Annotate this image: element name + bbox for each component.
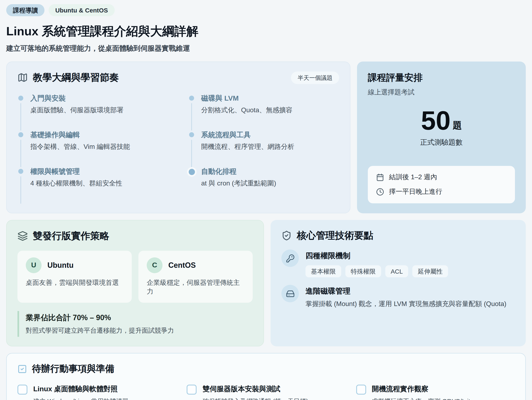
todo-checkbox[interactable] <box>356 385 366 395</box>
permissions-title: 四種權限機制 <box>305 250 448 261</box>
tag-distros: Ubuntu & CentOS <box>49 4 114 16</box>
schedule-row: 結訓後 1–2 週內 <box>376 173 507 182</box>
timeline-marker <box>18 130 24 167</box>
todo-section-title: 待辦行動事項與準備 <box>32 363 114 375</box>
outline-column-right: 磁碟與 LVM 分割格式化、Quota、無感擴容 系統流程與工具 開機流程、程序… <box>188 94 339 204</box>
outline-item-desc: 4 種核心權限機制、群組安全性 <box>30 179 122 188</box>
outline-item: 基礎操作與編輯 指令架構、管線、Vim 編輯器技能 <box>18 130 168 167</box>
todo-item-title: Linux 桌面體驗與軟體對照 <box>33 384 128 394</box>
outline-item-title: 磁碟與 LVM <box>201 94 292 103</box>
question-count-label: 正式測驗題數 <box>368 138 515 147</box>
shield-check-icon <box>281 230 292 241</box>
outline-item: 入門與安裝 桌面版體驗、伺服器版環境部署 <box>18 94 168 130</box>
page-title: Linux 系統管理課程介紹與大綱詳解 <box>6 23 526 40</box>
todo-item-title: 開機流程實作觀察 <box>372 384 470 394</box>
tag-special-permission: 特殊權限 <box>345 265 381 277</box>
distro-card-ubuntu: U Ubuntu 桌面友善，雲端與開發環境首選 <box>18 251 132 303</box>
outline-item-title: 自動化排程 <box>201 167 276 176</box>
todo-list: Linux 桌面體驗與軟體對照 建立 Windows/Linux 常用軟體清單 … <box>18 384 514 400</box>
tag-acl: ACL <box>385 265 408 277</box>
outline-item-title: 入門與安裝 <box>30 94 123 103</box>
timeline-line <box>20 176 21 204</box>
schedule-row: 擇一平日晚上進行 <box>376 187 507 196</box>
clock-icon <box>376 188 384 196</box>
calendar-icon <box>376 173 384 181</box>
assessment-title: 課程評量安排 <box>368 71 515 84</box>
permission-tags: 基本權限 特殊權限 ACL 延伸屬性 <box>305 265 448 277</box>
core-skills-title: 核心管理技術要點 <box>297 229 373 242</box>
schedule-text: 擇一平日晚上進行 <box>389 187 442 196</box>
map-icon <box>18 72 28 83</box>
outline-list: 入門與安裝 桌面版體驗、伺服器版環境部署 基礎操作與編輯 指令架構、管線、Vim… <box>18 94 339 204</box>
market-share-title: 業界佔比合計 70% – 90% <box>26 313 253 323</box>
page: 課程導讀 Ubuntu & CentOS Linux 系統管理課程介紹與大綱詳解… <box>0 0 532 400</box>
outline-item: 磁碟與 LVM 分割格式化、Quota、無感擴容 <box>188 94 339 130</box>
timeline-marker <box>188 130 195 167</box>
core-item-disk: 進階磁碟管理 掌握掛載 (Mount) 觀念，運用 LVM 實現無感擴充與容量配… <box>281 285 515 309</box>
bullet-dot <box>18 169 23 174</box>
schedule-box: 結訓後 1–2 週內 擇一平日晚上進行 <box>368 166 515 203</box>
todo-card: 待辦行動事項與準備 Linux 桌面體驗與軟體對照 建立 Windows/Lin… <box>6 353 526 400</box>
todo-item-desc: 確保帳號登入及網路通暢 (第一天目標) <box>203 398 308 400</box>
outline-item-desc: 指令架構、管線、Vim 編輯器技能 <box>30 143 130 152</box>
header-tags: 課程導讀 Ubuntu & CentOS <box>6 4 526 16</box>
market-share-desc: 對照式學習可建立跨平台遷移能力，提升面試競爭力 <box>26 326 253 335</box>
outline-item-title: 系統流程與工具 <box>201 130 294 140</box>
outline-card: 教學大綱與學習節奏 半天一個議題 入門與安裝 桌面版體驗、伺服器版環境部署 <box>6 62 350 213</box>
todo-item: Linux 桌面體驗與軟體對照 建立 Windows/Linux 常用軟體清單 <box>18 384 176 400</box>
tag-course-intro: 課程導讀 <box>6 4 44 16</box>
outline-item: 權限與帳號管理 4 種核心權限機制、群組安全性 <box>18 167 168 204</box>
disk-title: 進階磁碟管理 <box>305 285 507 296</box>
distro-name: Ubuntu <box>47 261 74 270</box>
timeline-line <box>20 103 21 130</box>
distro-card-centos: C CentOS 企業級穩定，伺服器管理傳統主力 <box>138 251 253 303</box>
core-skills-card: 核心管理技術要點 四種權限機制 基本權限 特殊權限 ACL 延伸屬性 <box>271 220 526 346</box>
key-icon <box>281 250 299 267</box>
timeline-line <box>191 103 192 130</box>
page-subtitle: 建立可落地的系統管理能力，從桌面體驗到伺服器實戰維運 <box>6 44 526 53</box>
bullet-dot <box>18 96 23 101</box>
tag-extended-attrs: 延伸屬性 <box>412 265 448 277</box>
todo-item-desc: 建立 Windows/Linux 常用軟體清單 <box>33 398 128 400</box>
outline-item-desc: 桌面版體驗、伺服器版環境部署 <box>30 106 123 115</box>
outline-item-title: 權限與帳號管理 <box>30 167 122 176</box>
todo-checkbox[interactable] <box>18 385 27 395</box>
question-count: 50 題 <box>368 109 515 132</box>
timeline-marker <box>188 167 195 204</box>
outline-item-highlighted: 自動化排程 at 與 cron (考試重點範圍) <box>188 167 339 204</box>
outline-pace-badge: 半天一個議題 <box>291 71 339 84</box>
bullet-dot <box>189 96 194 101</box>
question-count-unit: 題 <box>453 120 462 132</box>
ubuntu-avatar: U <box>26 257 42 273</box>
distro-desc: 桌面友善，雲端與開發環境首選 <box>26 279 123 287</box>
distro-strategy-card: 雙發行版實作策略 U Ubuntu 桌面友善，雲端與開發環境首選 C CentO… <box>6 220 264 346</box>
question-count-number: 50 <box>421 109 450 132</box>
schedule-text: 結訓後 1–2 週內 <box>389 173 437 182</box>
outline-item-title: 基礎操作與編輯 <box>30 130 130 140</box>
outline-item-desc: at 與 cron (考試重點範圍) <box>201 179 276 188</box>
todo-checkbox[interactable] <box>187 385 197 395</box>
distro-name: CentOS <box>168 261 196 270</box>
timeline-marker <box>188 94 195 130</box>
assessment-subtitle: 線上選擇題考試 <box>368 88 515 97</box>
timeline-marker <box>18 94 24 130</box>
core-item-permissions: 四種權限機制 基本權限 特殊權限 ACL 延伸屬性 <box>281 250 515 277</box>
todo-item: 雙伺服器版本安裝與測試 確保帳號登入及網路通暢 (第一天目標) <box>187 384 345 400</box>
outline-item-desc: 分割格式化、Quota、無感擴容 <box>201 106 292 115</box>
layers-icon <box>18 231 28 241</box>
hard-drive-icon <box>281 285 299 302</box>
todo-item: 開機流程實作觀察 虛擬機玩壞不心疼，實測 GRUB/Init <box>356 384 514 400</box>
timeline-marker <box>18 167 24 204</box>
disk-desc: 掌握掛載 (Mount) 觀念，運用 LVM 實現無感擴充與容量配額 (Quot… <box>305 300 507 309</box>
centos-avatar: C <box>147 257 163 273</box>
distro-strategy-title: 雙發行版實作策略 <box>33 230 109 242</box>
timeline-line <box>191 140 192 167</box>
bullet-dot <box>189 132 194 137</box>
market-share-stat: 業界佔比合計 70% – 90% 對照式學習可建立跨平台遷移能力，提升面試競爭力 <box>18 311 253 337</box>
todo-item-title: 雙伺服器版本安裝與測試 <box>203 384 308 394</box>
outline-item-desc: 開機流程、程序管理、網路分析 <box>201 143 294 152</box>
timeline-line <box>20 140 21 167</box>
outline-column-left: 入門與安裝 桌面版體驗、伺服器版環境部署 基礎操作與編輯 指令架構、管線、Vim… <box>18 94 168 204</box>
outline-item: 系統流程與工具 開機流程、程序管理、網路分析 <box>188 130 339 167</box>
checkbox-check-icon <box>18 364 27 374</box>
